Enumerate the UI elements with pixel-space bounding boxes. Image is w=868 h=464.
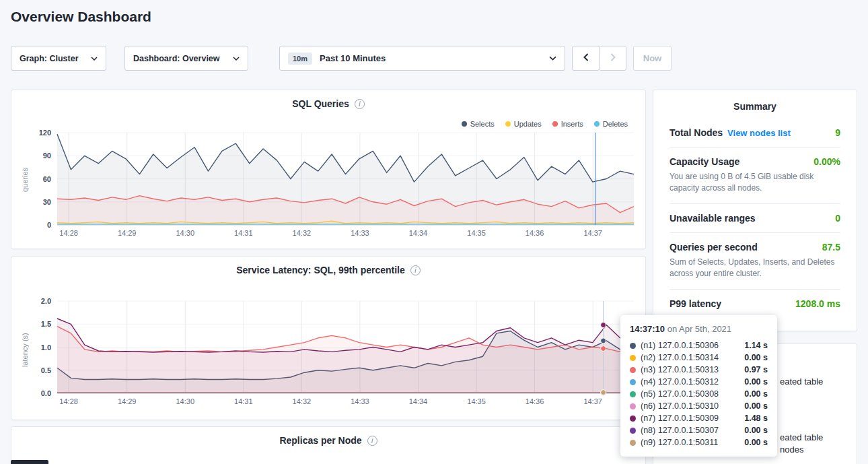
summary-description: Sum of Selects, Updates, Inserts, and De… [670, 257, 840, 280]
svg-text:14:34: 14:34 [409, 397, 428, 405]
legend-item[interactable]: Selects [462, 120, 495, 128]
summary-row-p99-latency: P99 latency 1208.0 ms [670, 289, 840, 318]
svg-text:14:36: 14:36 [526, 229, 544, 237]
svg-text:14:37: 14:37 [583, 397, 602, 405]
svg-text:14:28: 14:28 [59, 229, 78, 237]
sql-queries-chart-title: SQL Queries i [11, 98, 645, 109]
tooltip-row: (n8) 127.0.0.1:50307 0.00 s [630, 424, 768, 436]
series-color-dot [630, 440, 636, 446]
summary-label: Capacity Usage [670, 156, 739, 167]
tooltip-row: (n9) 127.0.0.1:50311 0.00 s [630, 436, 768, 449]
chevron-down-icon [91, 57, 98, 61]
tooltip-node-value: 0.00 s [744, 401, 768, 411]
svg-text:14:33: 14:33 [351, 229, 369, 237]
tooltip-node-value: 0.00 s [744, 353, 768, 362]
event-text-fragment: eated table [780, 376, 823, 387]
tooltip-node-label: (n4) 127.0.0.1:50312 [641, 377, 744, 387]
tooltip-node-value: 0.00 s [744, 426, 768, 435]
series-color-dot [630, 343, 636, 349]
legend-item[interactable]: Deletes [594, 120, 628, 128]
tooltip-row: (n1) 127.0.0.1:50306 1.14 s [630, 339, 768, 352]
info-icon[interactable]: i [355, 99, 365, 109]
svg-text:14:31: 14:31 [234, 397, 253, 405]
time-range-label: Past 10 Minutes [320, 53, 542, 63]
summary-panel: Summary Total NodesView nodes list 9 Cap… [653, 90, 857, 331]
svg-text:60: 60 [43, 175, 51, 183]
chevron-left-icon [583, 53, 589, 63]
service-latency-chart[interactable]: 0.00.51.01.52.014:2814:2914:3014:3114:32… [15, 296, 641, 408]
dashboard-selector-label: Dashboard: [133, 54, 180, 63]
summary-label: P99 latency [670, 298, 721, 309]
time-prev-button[interactable] [572, 46, 600, 71]
tooltip-timestamp: 14:37:10 on Apr 5th, 2021 [630, 324, 768, 334]
summary-row-capacity-usage: Capacity Usage 0.00% You are using 0 B o… [670, 147, 840, 203]
now-button[interactable]: Now [633, 46, 672, 71]
dashboard-selector[interactable]: Dashboard: Overview [124, 46, 248, 71]
svg-text:14:36: 14:36 [526, 397, 544, 405]
tooltip-node-label: (n2) 127.0.0.1:50314 [641, 353, 744, 362]
service-latency-chart-title: Service Latency: SQL, 99th percentile i [11, 265, 645, 275]
chart-title-text: SQL Queries [292, 98, 349, 109]
tooltip-node-label: (n8) 127.0.0.1:50307 [641, 426, 744, 435]
service-latency-chart-panel: Service Latency: SQL, 99th percentile i … [11, 256, 646, 420]
tooltip-node-value: 0.00 s [744, 377, 768, 387]
svg-text:0.5: 0.5 [41, 366, 51, 374]
summary-title: Summary [670, 101, 840, 112]
time-range-selector[interactable]: 10m Past 10 Minutes [279, 46, 565, 71]
info-icon[interactable]: i [367, 436, 377, 446]
tooltip-node-label: (n6) 127.0.0.1:50310 [641, 401, 744, 411]
summary-value: 1208.0 ms [795, 298, 840, 309]
svg-text:30: 30 [43, 198, 51, 206]
chart-hover-tooltip: 14:37:10 on Apr 5th, 2021 (n1) 127.0.0.1… [620, 315, 777, 457]
tooltip-date: on Apr 5th, 2021 [667, 324, 731, 334]
tooltip-row: (n2) 127.0.0.1:50314 0.00 s [630, 352, 768, 364]
info-icon[interactable]: i [410, 265, 421, 275]
tooltip-row: (n6) 127.0.0.1:50310 0.00 s [630, 400, 768, 412]
summary-label: Queries per second [670, 242, 758, 253]
summary-value: 0 [835, 213, 840, 224]
summary-row-unavailable-ranges: Unavailable ranges 0 [670, 203, 840, 232]
tooltip-row: (n4) 127.0.0.1:50312 0.00 s [630, 376, 768, 388]
svg-text:14:37: 14:37 [583, 229, 602, 237]
svg-text:14:31: 14:31 [234, 229, 253, 237]
time-next-button[interactable] [599, 46, 626, 71]
svg-text:14:28: 14:28 [59, 397, 78, 405]
tooltip-node-value: 1.14 s [744, 341, 768, 350]
tooltip-node-label: (n5) 127.0.0.1:50308 [641, 389, 744, 399]
series-color-dot [462, 121, 467, 127]
series-color-dot [630, 355, 636, 361]
svg-text:120: 120 [39, 129, 51, 137]
legend-item[interactable]: Inserts [552, 120, 583, 128]
svg-text:1.5: 1.5 [41, 320, 51, 328]
summary-label: Unavailable ranges [670, 213, 756, 224]
legend-item[interactable]: Updates [505, 120, 542, 128]
view-nodes-list-link[interactable]: View nodes list [727, 128, 791, 138]
summary-row-total-nodes: Total NodesView nodes list 9 [670, 119, 840, 147]
tooltip-row: (n7) 127.0.0.1:50309 1.48 s [630, 412, 768, 424]
graph-selector[interactable]: Graph: Cluster [11, 46, 106, 71]
svg-text:14:30: 14:30 [176, 397, 194, 405]
tooltip-node-label: (n7) 127.0.0.1:50309 [641, 413, 744, 423]
series-color-dot [552, 121, 558, 127]
tooltip-node-label: (n9) 127.0.0.1:50311 [641, 438, 744, 447]
summary-value: 87.5 [822, 242, 840, 253]
legend-label: Deletes [603, 120, 628, 128]
summary-row-queries-per-second: Queries per second 87.5 Sum of Selects, … [670, 232, 840, 289]
svg-text:14:29: 14:29 [118, 397, 137, 405]
svg-text:14:32: 14:32 [293, 397, 312, 405]
summary-value: 0.00% [813, 156, 840, 167]
dashboard-selector-value: Overview [182, 54, 220, 63]
svg-text:14:29: 14:29 [118, 229, 137, 237]
series-color-dot [630, 416, 636, 422]
chart-title-text: Replicas per Node [279, 435, 361, 446]
graph-selector-label: Graph: [20, 54, 47, 63]
series-color-dot [630, 367, 636, 373]
replicas-chart-title: Replicas per Node i [11, 435, 645, 446]
svg-text:14:32: 14:32 [293, 229, 312, 237]
sql-queries-chart[interactable]: 030609012014:2814:2914:3014:3114:3214:33… [15, 128, 641, 240]
legend-label: Updates [514, 120, 542, 128]
chevron-down-icon [233, 57, 240, 61]
chevron-right-icon [610, 53, 616, 63]
summary-label: Total Nodes [670, 127, 723, 138]
series-color-dot [505, 121, 511, 127]
